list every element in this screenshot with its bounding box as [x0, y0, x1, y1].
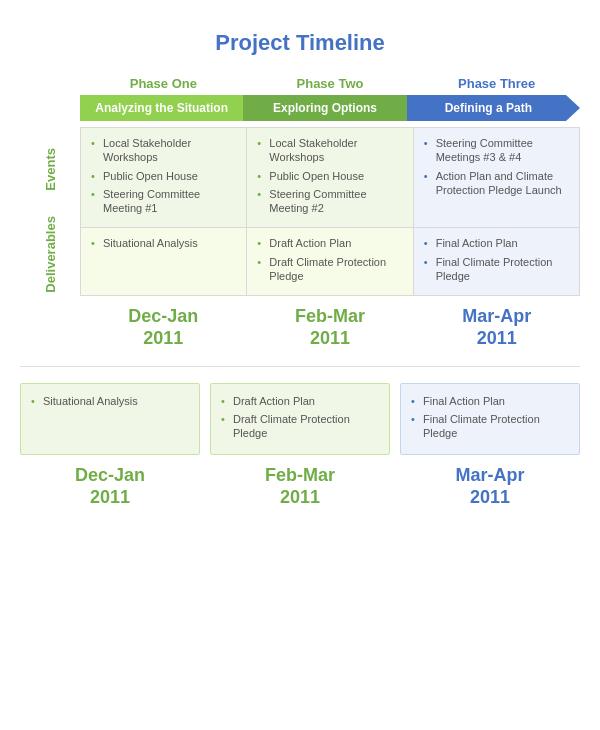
list-item: Final Action Plan: [424, 236, 569, 250]
bottom-deliv-phase-three: Final Action Plan Final Climate Protecti…: [400, 383, 580, 456]
deliverables-phase-one: Situational Analysis: [81, 228, 247, 295]
deliverables-phase-two: Draft Action Plan Draft Climate Protecti…: [247, 228, 413, 295]
list-item: Steering Committee Meeting #2: [257, 187, 402, 216]
section-divider: [20, 366, 580, 367]
events-phase-two: Local Stakeholder Workshops Public Open …: [247, 128, 413, 227]
list-item: Public Open House: [91, 169, 236, 183]
list-item: Local Stakeholder Workshops: [257, 136, 402, 165]
date-phase-one: Dec-Jan2011: [80, 306, 247, 349]
events-row-label: Events: [20, 127, 80, 212]
list-item: Final Action Plan: [411, 394, 569, 408]
bottom-date-two: Feb-Mar2011: [210, 465, 390, 508]
date-phase-two: Feb-Mar2011: [247, 306, 414, 349]
list-item: Situational Analysis: [91, 236, 236, 250]
list-item: Local Stakeholder Workshops: [91, 136, 236, 165]
arrow-phase-three: Defining a Path: [407, 95, 580, 121]
phase-one-label: Phase One: [80, 76, 247, 91]
list-item: Draft Climate Protection Pledge: [221, 412, 379, 441]
phase-two-label: Phase Two: [247, 76, 414, 91]
list-item: Draft Climate Protection Pledge: [257, 255, 402, 284]
arrow-phase-two-label: Exploring Options: [273, 101, 377, 115]
bottom-deliverables-grid: Situational Analysis Draft Action Plan D…: [20, 383, 580, 456]
bottom-dates-row: Dec-Jan2011 Feb-Mar2011 Mar-Apr2011: [20, 465, 580, 508]
events-row: Local Stakeholder Workshops Public Open …: [80, 127, 580, 227]
events-phase-one: Local Stakeholder Workshops Public Open …: [81, 128, 247, 227]
arrow-phase-three-label: Defining a Path: [445, 101, 532, 115]
list-item: Situational Analysis: [31, 394, 189, 408]
list-item: Final Climate Protection Pledge: [424, 255, 569, 284]
events-phase-three: Steering Committee Meetings #3 & #4 Acti…: [414, 128, 579, 227]
deliverables-phase-three: Final Action Plan Final Climate Protecti…: [414, 228, 579, 295]
content-columns: Local Stakeholder Workshops Public Open …: [80, 127, 580, 296]
list-item: Steering Committee Meetings #3 & #4: [424, 136, 569, 165]
arrow-phase-one: Analyzing the Situation: [80, 95, 243, 121]
bottom-section: Situational Analysis Draft Action Plan D…: [20, 383, 580, 509]
bottom-date-one: Dec-Jan2011: [20, 465, 200, 508]
dates-row: Dec-Jan2011 Feb-Mar2011 Mar-Apr2011: [80, 306, 580, 349]
page-title: Project Timeline: [20, 30, 580, 56]
main-grid: Events Deliverables Local Stakeholder Wo…: [20, 127, 580, 296]
deliverables-row-label: Deliverables: [20, 212, 80, 297]
list-item: Action Plan and Climate Protection Pledg…: [424, 169, 569, 198]
bottom-date-three: Mar-Apr2011: [400, 465, 580, 508]
bottom-deliv-phase-two: Draft Action Plan Draft Climate Protecti…: [210, 383, 390, 456]
arrow-row: Analyzing the Situation Exploring Option…: [80, 95, 580, 121]
list-item: Draft Action Plan: [221, 394, 379, 408]
arrow-phase-one-label: Analyzing the Situation: [95, 101, 228, 115]
date-phase-three: Mar-Apr2011: [413, 306, 580, 349]
row-labels: Events Deliverables: [20, 127, 80, 296]
list-item: Public Open House: [257, 169, 402, 183]
bottom-deliv-phase-one: Situational Analysis: [20, 383, 200, 456]
list-item: Steering Committee Meeting #1: [91, 187, 236, 216]
phase-three-label: Phase Three: [413, 76, 580, 91]
phase-labels-row: Phase One Phase Two Phase Three: [80, 76, 580, 91]
list-item: Final Climate Protection Pledge: [411, 412, 569, 441]
deliverables-row: Situational Analysis Draft Action Plan D…: [80, 227, 580, 296]
list-item: Draft Action Plan: [257, 236, 402, 250]
arrow-phase-two: Exploring Options: [243, 95, 406, 121]
